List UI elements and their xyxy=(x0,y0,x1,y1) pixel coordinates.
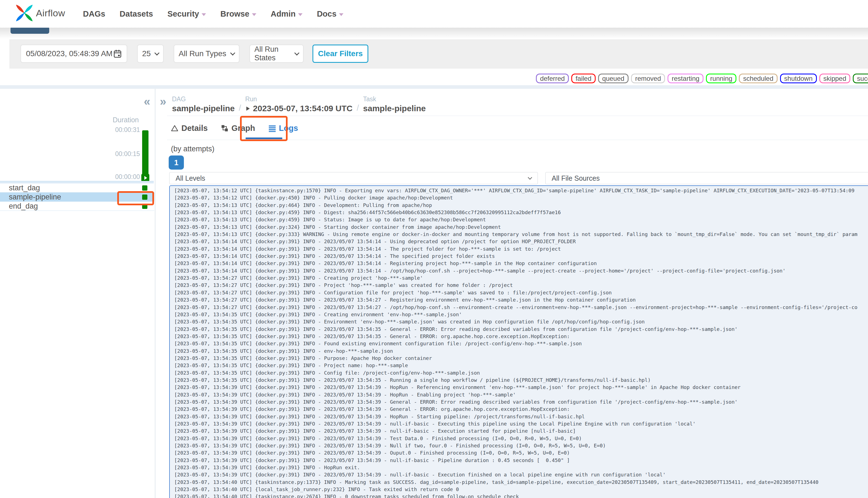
top-navbar: Airflow DAGsDatasetsSecurityBrowseAdminD… xyxy=(0,0,868,28)
state-badge-removed[interactable]: removed xyxy=(631,74,665,83)
log-line: [2023-05-07, 13:54:13 UTC] {docker.py:32… xyxy=(174,224,868,231)
duration-tick: 00:00:15 xyxy=(115,150,140,158)
log-line: [2023-05-07, 13:54:40 UTC] {taskinstance… xyxy=(174,493,868,498)
log-line: [2023-05-07, 13:54:35 UTC] {docker.py:39… xyxy=(174,318,868,325)
chevron-down-icon xyxy=(154,50,159,55)
run-filter-bar: 05/08/2023, 05:48:39 AM 25 All Run Types… xyxy=(10,39,868,69)
annotation-logs-tab xyxy=(240,116,288,141)
caret-down-icon xyxy=(202,13,206,16)
nav-item-admin[interactable]: Admin xyxy=(271,10,303,18)
file-source-select[interactable]: All File Sources xyxy=(545,172,868,184)
log-line: [2023-05-07, 13:54:39 UTC] {docker.py:39… xyxy=(174,449,868,457)
log-content: [2023-05-07, 13:54:12 UTC] {taskinstance… xyxy=(174,187,868,498)
state-badge-deferred[interactable]: deferred xyxy=(536,74,569,83)
breadcrumb-dag[interactable]: DAG sample-pipeline xyxy=(172,95,235,113)
task-state-icon[interactable] xyxy=(142,185,147,191)
play-icon xyxy=(144,176,147,180)
nav-item-browse[interactable]: Browse xyxy=(221,10,256,18)
base-date-input[interactable]: 05/08/2023, 05:48:39 AM xyxy=(21,44,127,63)
log-line: [2023-05-07, 13:54:14 UTC] {docker.py:39… xyxy=(174,245,868,253)
log-line: [2023-05-07, 13:54:12 UTC] {taskinstance… xyxy=(174,187,868,194)
brand-name: Airflow xyxy=(36,8,65,18)
tab-details[interactable]: Details xyxy=(171,124,208,133)
collapse-panel-icon[interactable]: « xyxy=(144,95,150,108)
log-level-value: All Levels xyxy=(176,174,205,182)
log-level-select[interactable]: All Levels xyxy=(169,172,538,184)
grid-panel: « Duration 00:00:31 00:00:15 00:00:00 st… xyxy=(0,89,155,498)
log-line: [2023-05-07, 13:54:39 UTC] {docker.py:39… xyxy=(174,428,868,435)
chevron-down-icon xyxy=(528,175,532,180)
state-badge-restarting[interactable]: restarting xyxy=(668,74,704,83)
nav-item-label: Datasets xyxy=(120,10,153,18)
run-states-select[interactable]: All Run States xyxy=(250,44,304,63)
task-label: Task xyxy=(363,95,426,103)
log-line: [2023-05-07, 13:54:14 UTC] {docker.py:39… xyxy=(174,267,868,274)
attempt-1-button[interactable]: 1 xyxy=(169,156,184,170)
duration-tick: 00:00:00 xyxy=(115,173,140,181)
state-badge-scheduled[interactable]: scheduled xyxy=(739,74,777,83)
log-line: [2023-05-07, 13:54:35 UTC] {docker.py:39… xyxy=(174,326,868,333)
log-line: [2023-05-07, 13:54:14 UTC] {docker.py:39… xyxy=(174,260,868,267)
task-name: start_dag xyxy=(9,183,40,192)
task-name: end_dag xyxy=(9,202,38,211)
log-line: [2023-05-07, 13:54:14 UTC] {docker.py:39… xyxy=(174,238,868,245)
log-line: [2023-05-07, 13:54:27 UTC] {docker.py:39… xyxy=(174,296,868,303)
base-date-value: 05/08/2023, 05:48:39 AM xyxy=(26,49,112,58)
breadcrumb-run[interactable]: Run 2023-05-07, 13:54:09 UTC xyxy=(245,95,352,113)
task-value: sample-pipeline xyxy=(363,104,426,113)
log-line: [2023-05-07, 13:54:35 UTC] {docker.py:39… xyxy=(174,333,868,340)
nav-item-label: Security xyxy=(167,10,199,18)
log-line: [2023-05-07, 13:54:35 UTC] {docker.py:39… xyxy=(174,311,868,318)
expand-panel-icon[interactable]: » xyxy=(160,95,166,108)
log-line: [2023-05-07, 13:54:27 UTC] {docker.py:39… xyxy=(174,281,868,289)
log-viewer[interactable]: [2023-05-07, 13:54:12 UTC] {taskinstance… xyxy=(169,185,868,498)
state-legend: deferredfailedqueuedremovedrestartingrun… xyxy=(536,74,868,83)
log-line: [2023-05-07, 13:54:35 UTC] {docker.py:39… xyxy=(174,340,868,347)
state-badge-success[interactable]: success xyxy=(853,74,868,83)
log-line: [2023-05-07, 13:54:40 UTC] {taskinstance… xyxy=(174,479,868,486)
calendar-icon[interactable] xyxy=(113,49,122,58)
breadcrumb-separator: / xyxy=(357,104,359,113)
nav-item-label: Docs xyxy=(317,10,336,18)
log-line: [2023-05-07, 13:54:39 UTC] {docker.py:39… xyxy=(174,398,868,406)
state-badge-running[interactable]: running xyxy=(706,74,736,83)
run-label: Run xyxy=(245,95,352,103)
nav-item-label: Browse xyxy=(221,10,250,18)
log-line: [2023-05-07, 13:54:35 UTC] {docker.py:39… xyxy=(174,348,868,355)
log-line: [2023-05-07, 13:54:39 UTC] {docker.py:39… xyxy=(174,435,868,442)
log-line: [2023-05-07, 13:54:39 UTC] {docker.py:39… xyxy=(174,471,868,479)
state-badge-queued[interactable]: queued xyxy=(598,74,629,83)
nav-item-label: DAGs xyxy=(83,10,105,18)
log-line: [2023-05-07, 13:54:39 UTC] {docker.py:39… xyxy=(174,391,868,398)
airflow-logo[interactable]: Airflow xyxy=(15,4,65,22)
state-badge-skipped[interactable]: skipped xyxy=(819,74,851,83)
clear-filters-button[interactable]: Clear Filters xyxy=(312,44,368,63)
log-line: [2023-05-07, 13:54:35 UTC] {docker.py:39… xyxy=(174,369,868,377)
nav-item-label: Admin xyxy=(271,10,296,18)
log-line: [2023-05-07, 13:54:39 UTC] {docker.py:39… xyxy=(174,413,868,420)
run-types-select[interactable]: All Run Types xyxy=(174,44,239,63)
dag-value: sample-pipeline xyxy=(172,104,235,113)
state-badge-failed[interactable]: failed xyxy=(571,74,595,83)
breadcrumb-separator: / xyxy=(239,104,241,113)
breadcrumb-task[interactable]: Task sample-pipeline xyxy=(363,95,426,113)
nav-item-dags[interactable]: DAGs xyxy=(83,10,105,18)
attempts-caption: (by attempts) xyxy=(171,145,215,153)
nav-item-datasets[interactable]: Datasets xyxy=(120,10,153,18)
task-name: sample-pipeline xyxy=(9,193,61,201)
log-line: [2023-05-07, 13:54:13 UTC] {docker.py:45… xyxy=(174,209,868,216)
navbar-shadow xyxy=(0,28,868,39)
nav-item-security[interactable]: Security xyxy=(167,10,206,18)
chevron-down-icon xyxy=(230,50,235,55)
dag-run-status-square[interactable] xyxy=(141,174,149,182)
nav-item-docs[interactable]: Docs xyxy=(317,10,344,18)
details-triangle-icon xyxy=(171,124,178,132)
page-size-select[interactable]: 25 xyxy=(137,44,164,63)
play-icon xyxy=(245,106,251,111)
log-line: [2023-05-07, 13:54:39 UTC] {docker.py:39… xyxy=(174,384,868,391)
graph-icon xyxy=(221,124,228,132)
panel-top-strip xyxy=(0,85,868,89)
state-badge-shutdown[interactable]: shutdown xyxy=(780,74,817,83)
duration-tick: 00:00:31 xyxy=(115,126,140,134)
run-value: 2023-05-07, 13:54:09 UTC xyxy=(253,104,352,113)
